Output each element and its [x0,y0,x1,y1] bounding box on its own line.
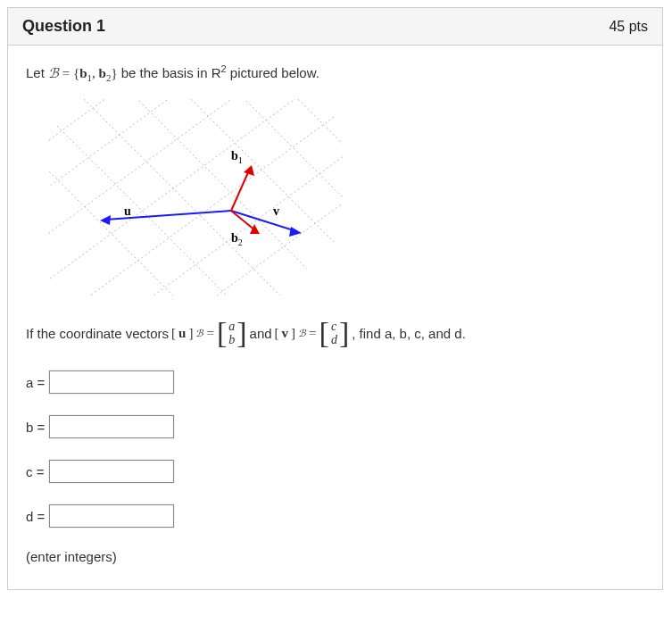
equation-line: If the coordinate vectors [u]ℬ = [ ab ] … [26,319,644,347]
input-a[interactable] [49,370,174,394]
entry-d: d [331,333,337,346]
question-card: Question 1 45 pts Let ℬ = {b1, b2} be th… [7,7,663,590]
prompt-post: be the basis in R [118,65,221,80]
eq-pre: If the coordinate vectors [26,326,169,341]
v-close: ] [291,326,295,341]
hint-text: (enter integers) [26,549,644,564]
svg-line-18 [231,171,249,211]
input-c[interactable] [49,460,174,483]
prompt-comma: , [92,66,99,80]
prompt-pre: Let [26,65,48,80]
vector-b1 [231,165,254,211]
u-close: ] [188,326,193,341]
input-b[interactable] [49,415,174,438]
svg-marker-21 [250,224,260,234]
u-label: u [124,204,131,218]
row-a: a = [26,370,644,394]
vector-v [231,211,302,237]
question-body: Let ℬ = {b1, b2} be the basis in R2 pict… [8,46,662,589]
row-c: c = [26,460,644,483]
svg-line-16 [231,211,296,231]
cd-vector: [ cd ] [319,319,350,347]
label-c: c = [26,464,49,479]
b2-label: b2 [231,231,243,247]
label-a: a = [26,375,49,390]
vector-u [100,211,231,225]
u-vec: u [178,326,186,341]
label-b: b = [26,420,49,435]
prompt-eq: = [59,66,73,80]
u-sub: ℬ [195,328,203,339]
svg-line-2 [84,99,280,296]
row-d: d = [26,504,644,528]
b2: b [99,66,106,80]
svg-line-13 [48,99,227,206]
v-sub: ℬ [298,328,306,339]
row-b: b = [26,415,644,438]
basis-B: ℬ [48,66,59,80]
svg-marker-15 [100,215,111,225]
svg-marker-19 [244,165,254,176]
question-title: Question 1 [22,17,105,36]
eq-post: , find a, b, c, and d. [352,326,466,341]
prompt-text: Let ℬ = {b1, b2} be the basis in R2 pict… [26,63,644,83]
eq1: = [206,326,213,341]
svg-line-4 [137,99,334,242]
plot-svg: b1 b2 u v [48,99,343,296]
input-d[interactable] [49,504,174,528]
v-open: [ [275,326,279,341]
grid-lines [48,99,343,296]
u-open: [ [171,326,176,341]
b1-label: b1 [231,149,243,165]
plot: b1 b2 u v [48,99,644,299]
v-vec: v [282,326,289,341]
prompt-rbrace: } [111,66,117,80]
v-label: v [273,204,279,218]
svg-line-0 [48,153,227,296]
b1: b [79,66,87,80]
prompt-postsup: pictured below. [227,65,319,80]
label-d: d = [26,509,49,524]
entry-a: a [228,320,235,333]
entry-b: b [228,333,235,346]
question-header: Question 1 45 pts [8,8,662,46]
ab-vector: [ ab ] [217,319,247,347]
svg-line-5 [164,99,343,215]
eq2: = [309,326,316,341]
question-points: 45 pts [609,19,648,35]
eq-and: and [250,326,272,341]
entry-c: c [331,320,337,333]
svg-line-3 [111,99,307,269]
